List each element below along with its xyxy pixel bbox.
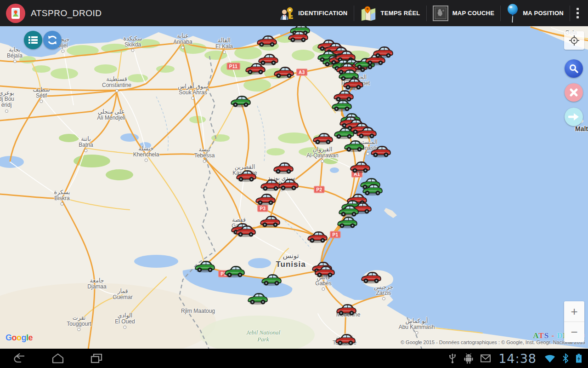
map-canvas[interactable] bbox=[0, 0, 588, 368]
home-icon bbox=[51, 353, 65, 364]
recents-button[interactable] bbox=[77, 349, 116, 368]
phone-map-icon bbox=[11, 7, 21, 19]
search-button[interactable] bbox=[565, 59, 583, 78]
map-attribution: © Google 2015 - Données cartographiques … bbox=[401, 339, 585, 345]
gmail-icon bbox=[480, 354, 491, 363]
wifi-icon bbox=[544, 353, 556, 363]
recents-icon bbox=[90, 353, 103, 364]
world-map-layer-icon bbox=[433, 6, 448, 21]
search-icon bbox=[569, 63, 579, 74]
google-logo: Google bbox=[6, 333, 33, 343]
app-title: ATSPRO_DROID bbox=[31, 8, 102, 18]
back-button[interactable] bbox=[0, 349, 39, 368]
bluetooth-icon bbox=[562, 353, 569, 363]
next-button[interactable] bbox=[565, 108, 583, 126]
overflow-menu-button[interactable] bbox=[570, 0, 588, 26]
close-icon bbox=[569, 88, 578, 97]
vehicle-list-button[interactable] bbox=[24, 31, 42, 49]
close-button[interactable] bbox=[565, 83, 583, 102]
overflow-dot bbox=[577, 16, 579, 18]
temps-reel-label: TEMPS RÉEL bbox=[381, 10, 420, 17]
android-navbar: 14:38 bbox=[0, 349, 588, 368]
action-items: IDENTIFICATION TEMPS RÉEL bbox=[274, 0, 588, 26]
zoom-out-button[interactable]: − bbox=[564, 322, 584, 342]
crosshair-icon bbox=[569, 35, 580, 46]
folded-map-pin-icon bbox=[360, 6, 377, 21]
app-icon[interactable] bbox=[6, 4, 25, 23]
ma-position-button[interactable]: MA POSITION bbox=[501, 0, 570, 26]
status-clock: 14:38 bbox=[498, 352, 537, 365]
battery-charging-icon bbox=[575, 353, 582, 364]
balloon-pin-icon bbox=[507, 4, 519, 23]
list-icon bbox=[28, 36, 38, 44]
overflow-dot bbox=[577, 8, 579, 10]
temps-reel-button[interactable]: TEMPS RÉEL bbox=[354, 0, 426, 26]
adb-robot-icon bbox=[464, 353, 474, 364]
status-area: 14:38 bbox=[448, 352, 588, 365]
top-action-bar: ATSPRO_DROID IDENTIFICATION bbox=[0, 0, 588, 26]
overflow-dot bbox=[577, 12, 579, 14]
map-couche-label: MAP COUCHE bbox=[452, 10, 495, 17]
app-screen: بجايةBéjaïaجيجلJijelسكيكدةSkikdaعنابةAnn… bbox=[0, 0, 588, 368]
back-icon bbox=[12, 353, 26, 364]
map-couche-button[interactable]: MAP COUCHE bbox=[427, 0, 501, 26]
my-location-button[interactable] bbox=[564, 31, 584, 50]
arrow-right-icon bbox=[568, 112, 579, 121]
identification-button[interactable]: IDENTIFICATION bbox=[274, 0, 353, 26]
home-button[interactable] bbox=[39, 349, 77, 368]
usb-icon bbox=[448, 353, 457, 364]
zoom-in-button[interactable]: + bbox=[564, 301, 584, 322]
refresh-icon bbox=[47, 34, 58, 46]
zoom-control: + − bbox=[564, 301, 584, 342]
identification-label: IDENTIFICATION bbox=[298, 10, 347, 17]
refresh-button[interactable] bbox=[43, 31, 62, 49]
key-icon bbox=[280, 6, 294, 21]
ma-position-label: MA POSITION bbox=[523, 10, 564, 17]
